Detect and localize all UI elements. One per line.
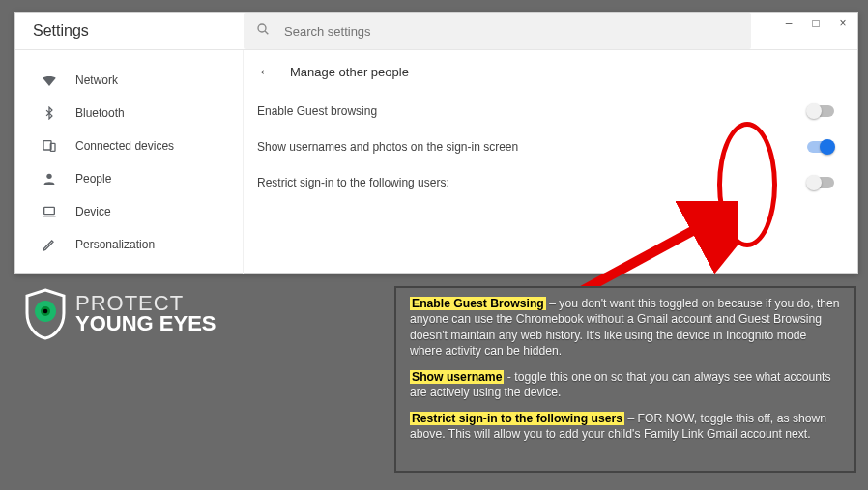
setting-label: Restrict sign-in to the following users: — [257, 176, 449, 189]
page-title: Settings — [33, 22, 244, 40]
wifi-icon — [41, 72, 58, 89]
sidebar-item-bluetooth[interactable]: Bluetooth — [15, 97, 243, 130]
svg-line-1 — [265, 31, 268, 34]
svg-point-0 — [258, 24, 266, 32]
header: Settings — [15, 13, 857, 50]
settings-window: – □ × Settings Network Bluetooth Connect… — [14, 12, 858, 274]
search-input[interactable] — [284, 24, 739, 39]
laptop-icon — [41, 203, 58, 220]
setting-row-show-usernames: Show usernames and photos on the sign-in… — [257, 129, 834, 164]
sidebar-item-connected-devices[interactable]: Connected devices — [15, 130, 243, 162]
bluetooth-icon — [41, 104, 58, 122]
sidebar-item-label: Network — [75, 73, 118, 87]
brand-logo: PROTECT YOUNG EYES — [23, 288, 216, 340]
search-icon — [255, 21, 271, 41]
back-arrow-icon[interactable]: ← — [257, 62, 275, 82]
info-paragraph-1: Enable Guest Browsing – you don't want t… — [410, 296, 841, 360]
info-highlight-2: Show username — [410, 370, 504, 384]
sidebar-item-people[interactable]: People — [15, 162, 243, 195]
sidebar-item-label: Personalization — [75, 238, 155, 251]
setting-row-guest-browsing: Enable Guest browsing — [257, 93, 834, 129]
window-controls: – □ × — [774, 13, 857, 34]
sidebar-item-label: Connected devices — [75, 139, 174, 153]
search-box[interactable] — [244, 13, 751, 49]
svg-point-4 — [46, 174, 51, 179]
window-minimize-button[interactable]: – — [782, 16, 796, 30]
info-paragraph-2: Show username - toggle this one on so th… — [410, 369, 841, 401]
brand-text: PROTECT YOUNG EYES — [75, 294, 216, 334]
pen-icon — [41, 236, 58, 253]
svg-rect-5 — [44, 207, 55, 214]
sidebar-item-device[interactable]: Device — [15, 195, 243, 228]
info-box: Enable Guest Browsing – you don't want t… — [394, 286, 856, 473]
toggle-guest-browsing[interactable] — [807, 105, 834, 117]
sidebar-item-label: Device — [75, 205, 111, 218]
shield-icon — [23, 288, 68, 340]
window-maximize-button[interactable]: □ — [809, 16, 823, 30]
setting-row-restrict-signin: Restrict sign-in to the following users: — [257, 164, 834, 200]
sidebar: Network Bluetooth Connected devices Peop… — [15, 50, 244, 274]
info-highlight-3: Restrict sign-in to the following users — [410, 412, 624, 425]
sidebar-item-label: People — [75, 172, 111, 186]
sidebar-item-network[interactable]: Network — [15, 64, 243, 97]
info-paragraph-3: Restrict sign-in to the following users … — [410, 411, 841, 443]
section-title: Manage other people — [290, 65, 409, 79]
toggle-show-usernames[interactable] — [807, 141, 834, 153]
info-highlight-1: Enable Guest Browsing — [410, 297, 546, 310]
setting-label: Show usernames and photos on the sign-in… — [257, 140, 518, 154]
brand-line2: YOUNG EYES — [75, 314, 216, 334]
body: Network Bluetooth Connected devices Peop… — [15, 50, 857, 274]
sidebar-item-personalization[interactable]: Personalization — [15, 228, 243, 261]
devices-icon — [41, 137, 58, 155]
content: ← Manage other people Enable Guest brows… — [244, 50, 857, 274]
content-header: ← Manage other people — [257, 50, 834, 93]
window-close-button[interactable]: × — [836, 16, 850, 30]
person-icon — [41, 170, 58, 187]
setting-label: Enable Guest browsing — [257, 104, 377, 118]
sidebar-item-label: Bluetooth — [75, 106, 125, 120]
toggle-restrict-signin[interactable] — [807, 177, 834, 188]
svg-point-10 — [43, 309, 48, 314]
